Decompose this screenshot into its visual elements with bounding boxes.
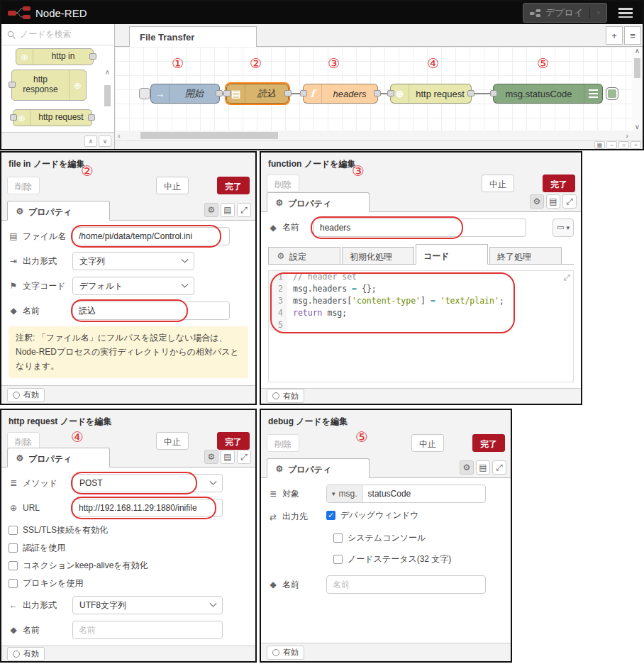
cancel-button[interactable]: 中止 xyxy=(411,434,444,452)
tab-on-message[interactable]: コード xyxy=(416,244,488,265)
output-port[interactable] xyxy=(89,53,96,60)
delete-button[interactable]: 削除 xyxy=(267,434,299,452)
palette-node-http-in[interactable]: ⊕ http in xyxy=(16,48,94,65)
auth-checkbox[interactable] xyxy=(9,543,18,553)
proxy-checkbox[interactable] xyxy=(9,579,18,588)
output-port[interactable] xyxy=(216,90,223,96)
target-input[interactable]: ▾msg. statusCode xyxy=(326,485,486,503)
output-port[interactable] xyxy=(467,90,474,96)
enabled-toggle[interactable]: 有効 xyxy=(7,388,45,402)
tab-properties[interactable]: ⚙プロパティ xyxy=(267,192,370,212)
properties-view-button[interactable]: ⚙ xyxy=(460,460,474,475)
tab-setup[interactable]: ⚙設定 xyxy=(268,247,340,265)
scroll-up-icon[interactable]: ∧ xyxy=(102,68,113,76)
label-style-button[interactable]: ▭▾ xyxy=(553,218,574,237)
name-input[interactable] xyxy=(313,218,526,237)
flow-node-http-request[interactable]: ⊕ http request xyxy=(390,84,472,104)
appearance-view-button[interactable]: ⤢ xyxy=(237,203,251,217)
done-button[interactable]: 完了 xyxy=(472,434,505,452)
enabled-toggle[interactable]: 有効 xyxy=(7,647,45,661)
cancel-button[interactable]: 中止 xyxy=(156,177,189,194)
system-console-checkbox[interactable] xyxy=(333,533,343,543)
expand-editor-icon[interactable]: ⤢ xyxy=(563,272,570,282)
inject-trigger-button[interactable] xyxy=(139,88,150,99)
description-view-button[interactable]: ▤ xyxy=(476,460,490,475)
output-port[interactable] xyxy=(284,90,292,96)
tab-properties[interactable]: ⚙プロパティ xyxy=(7,201,110,221)
flow-node-function[interactable]: f headers xyxy=(303,84,378,104)
description-view-button[interactable]: ▤ xyxy=(221,450,235,464)
name-input[interactable] xyxy=(326,575,486,594)
main-menu-icon[interactable] xyxy=(618,8,633,18)
input-port[interactable] xyxy=(387,90,394,96)
input-port[interactable] xyxy=(10,114,17,121)
description-view-button[interactable]: ▤ xyxy=(546,194,560,209)
flow-canvas[interactable]: ① ② ③ ④ ⑤ → 開始 ▤ 読込 xyxy=(115,47,643,131)
input-port[interactable] xyxy=(223,90,231,96)
output-port[interactable] xyxy=(374,90,381,96)
scrollbar-thumb[interactable] xyxy=(634,58,640,78)
enabled-toggle[interactable]: 有効 xyxy=(267,646,304,660)
zoom-reset-button[interactable]: ○ xyxy=(618,141,629,149)
name-input[interactable] xyxy=(72,301,230,320)
description-view-button[interactable]: ▤ xyxy=(221,203,235,217)
name-input[interactable] xyxy=(72,621,223,639)
appearance-view-button[interactable]: ⤢ xyxy=(492,460,506,475)
url-input[interactable] xyxy=(72,499,223,517)
flow-node-inject[interactable]: → 開始 xyxy=(150,84,220,104)
palette-collapse-down-button[interactable]: ∨ xyxy=(99,135,111,147)
enabled-toggle[interactable]: 有効 xyxy=(267,389,304,403)
delete-button[interactable]: 削除 xyxy=(267,175,299,192)
tab-properties[interactable]: ⚙プロパティ xyxy=(267,458,370,478)
output-format-select[interactable]: 文字列 xyxy=(72,252,194,270)
flow-node-debug[interactable]: msg.statusCode xyxy=(493,84,603,104)
canvas-horizontal-scrollbar[interactable]: ‹ › xyxy=(115,131,643,140)
input-port[interactable] xyxy=(490,90,497,96)
deploy-caret-icon[interactable]: ▾ xyxy=(596,9,600,16)
properties-view-button[interactable]: ⚙ xyxy=(204,203,218,217)
filename-input[interactable] xyxy=(72,227,230,245)
debug-toggle-button[interactable] xyxy=(606,87,618,100)
appearance-view-button[interactable]: ⤢ xyxy=(562,194,577,209)
scrollbar-thumb[interactable] xyxy=(104,85,111,106)
zoom-in-button[interactable]: + xyxy=(631,141,641,149)
code-editor[interactable]: ⤢ 1// header set 2msg.headers = {}; 3msg… xyxy=(268,270,574,382)
return-format-select[interactable]: UTF8文字列 xyxy=(72,596,223,614)
cancel-button[interactable]: 中止 xyxy=(156,432,189,450)
flow-node-file-in[interactable]: ▤ 読込 xyxy=(226,84,289,104)
keepalive-checkbox[interactable] xyxy=(9,561,18,570)
scroll-left-icon[interactable]: ‹ xyxy=(118,131,121,140)
encoding-select[interactable]: デフォルト xyxy=(72,277,194,295)
properties-view-button[interactable]: ⚙ xyxy=(530,194,544,209)
appearance-view-button[interactable]: ⤢ xyxy=(237,450,251,464)
tab-properties[interactable]: ⚙プロパティ xyxy=(7,448,110,467)
palette-node-http-request[interactable]: ⊕ http request xyxy=(13,109,92,126)
deploy-button[interactable]: デプロイ ▾ xyxy=(523,3,607,23)
flow-list-button[interactable]: ≡ xyxy=(624,26,641,45)
cancel-button[interactable]: 中止 xyxy=(482,175,514,192)
output-port[interactable] xyxy=(88,114,95,121)
scrollbar-thumb[interactable] xyxy=(140,132,278,139)
done-button[interactable]: 完了 xyxy=(217,177,250,194)
palette-node-http-response[interactable]: http response ⊕ xyxy=(11,70,87,101)
ssl-checkbox[interactable] xyxy=(9,526,18,535)
typed-input-type[interactable]: ▾msg. xyxy=(327,485,363,502)
add-flow-button[interactable]: + xyxy=(606,26,623,45)
scroll-right-icon[interactable]: › xyxy=(626,131,628,140)
navigator-map-button[interactable]: ▦ xyxy=(594,141,605,149)
input-port[interactable] xyxy=(9,82,16,88)
tab-on-stop[interactable]: 終了処理 xyxy=(489,247,562,265)
scroll-up-icon[interactable]: ∧ xyxy=(632,47,643,55)
delete-button[interactable]: 削除 xyxy=(7,177,40,194)
method-select[interactable]: POST xyxy=(72,474,223,492)
flow-tab[interactable]: File Transfer xyxy=(129,26,257,47)
node-status-checkbox[interactable] xyxy=(333,555,343,564)
palette-collapse-up-button[interactable]: ∧ xyxy=(84,135,97,147)
tab-on-start[interactable]: 初期化処理 xyxy=(342,247,414,265)
done-button[interactable]: 完了 xyxy=(543,175,575,192)
zoom-out-button[interactable]: − xyxy=(606,141,617,149)
done-button[interactable]: 完了 xyxy=(217,432,250,450)
canvas-vertical-scrollbar[interactable]: ∧ ∨ xyxy=(632,47,643,131)
input-port[interactable] xyxy=(300,90,307,96)
delete-button[interactable]: 削除 xyxy=(7,432,40,450)
